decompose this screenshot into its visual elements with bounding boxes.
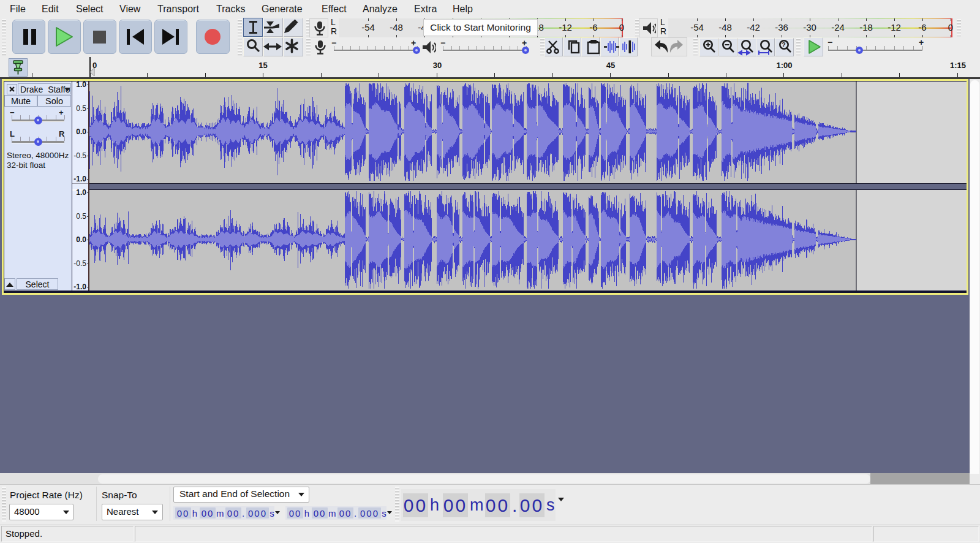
svg-text:?: ?: [782, 41, 786, 48]
